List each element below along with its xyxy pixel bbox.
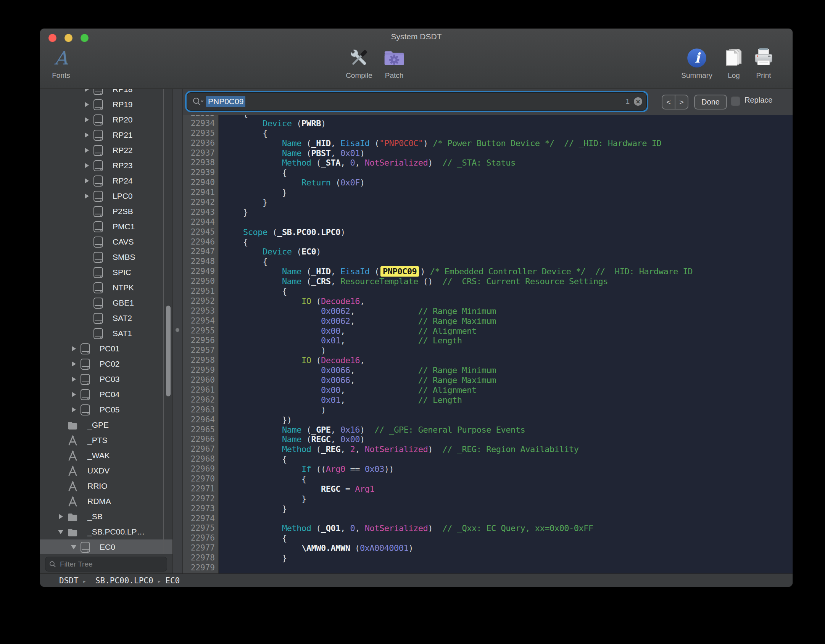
tree-item-ntpk[interactable]: NTPK (40, 280, 172, 295)
disclosure-right-icon[interactable] (82, 117, 91, 122)
disclosure-right-icon[interactable] (69, 392, 78, 397)
code-line: 22966 Name (REGC, 0x00) (183, 435, 793, 444)
code-text: 0x00, // Alignment (219, 385, 477, 395)
tree-item-sat2[interactable]: SAT2 (40, 311, 172, 326)
tree-item-rp21[interactable]: RP21 (40, 127, 172, 143)
disclosure-down-icon[interactable] (56, 530, 65, 534)
compile-button[interactable]: Compile (341, 45, 377, 80)
sidebar-tree[interactable]: RP18RP19RP20RP21RP22RP23RP24LPC0P2SBPMC1… (40, 89, 163, 555)
code-line: 22940 Return (0x0F) (183, 178, 793, 188)
disclosure-down-icon[interactable] (69, 545, 78, 549)
tree-item-rp24[interactable]: RP24 (40, 173, 172, 188)
tree-item-label: RP23 (113, 161, 133, 170)
tree-item-rp22[interactable]: RP22 (40, 143, 172, 158)
find-input[interactable]: PNP0C09 1 ✕ (187, 93, 646, 110)
code-text: 0x0062, // Range Minimum (219, 306, 496, 316)
tree-item-pc05[interactable]: PC05 (40, 402, 172, 417)
tree-item-sat1[interactable]: SAT1 (40, 326, 172, 341)
tree-item-rrio[interactable]: RRIO (40, 478, 172, 494)
line-number: 22971 (183, 484, 219, 494)
tree-item-cavs[interactable]: CAVS (40, 234, 172, 250)
print-button[interactable]: Print (745, 45, 782, 80)
code-text: 0x0066, // Range Maximum (219, 375, 496, 385)
tree-item-_gpe[interactable]: _GPE (40, 417, 172, 433)
disclosure-right-icon[interactable] (82, 178, 91, 184)
clear-search-icon[interactable]: ✕ (634, 97, 642, 106)
code-text: } (219, 553, 287, 563)
disclosure-right-icon[interactable] (56, 514, 65, 519)
done-button[interactable]: Done (694, 95, 727, 109)
disclosure-right-icon[interactable] (69, 346, 78, 351)
tree-item-_pts[interactable]: _PTS (40, 433, 172, 448)
print-printer-icon (753, 45, 774, 71)
device-icon (93, 191, 103, 202)
tree-item-label: PMC1 (113, 222, 135, 231)
tree-item-_wak[interactable]: _WAK (40, 448, 172, 463)
code-text: Scope (_SB.PC00.LPC0) (219, 227, 345, 237)
tree-item-pc04[interactable]: PC04 (40, 387, 172, 402)
tree-item-spic[interactable]: SPIC (40, 265, 172, 280)
disclosure-right-icon[interactable] (69, 407, 78, 412)
code-text: Method (_REG, 2, NotSerialized) // _REG:… (219, 444, 578, 454)
patch-button[interactable]: Patch (376, 45, 412, 80)
tree-item-uxdv[interactable]: UXDV (40, 463, 172, 478)
tree-item-pc03[interactable]: PC03 (40, 372, 172, 387)
tree-item-label: _SB.PC00.LP… (87, 527, 145, 536)
disclosure-right-icon[interactable] (82, 132, 91, 138)
find-next-button[interactable]: > (675, 95, 688, 109)
tree-item-rdma[interactable]: RDMA (40, 494, 172, 509)
line-number: 22941 (183, 188, 219, 198)
tree-item-_sbpc00lp[interactable]: _SB.PC00.LP… (40, 524, 172, 539)
tree-item-rp23[interactable]: RP23 (40, 158, 172, 173)
code-text: Name (_HID, EisaId (PNP0C09) /* Embedded… (219, 267, 693, 277)
tree-item-rp19[interactable]: RP19 (40, 97, 172, 112)
search-menu-icon[interactable] (192, 97, 204, 106)
disclosure-right-icon[interactable] (82, 148, 91, 153)
tree-item-p2sb[interactable]: P2SB (40, 204, 172, 219)
replace-checkbox[interactable] (731, 96, 740, 106)
tree-item-rp20[interactable]: RP20 (40, 112, 172, 127)
fonts-button[interactable]: A Fonts (43, 45, 79, 80)
find-previous-button[interactable]: < (662, 95, 675, 109)
pane-splitter[interactable] (172, 89, 183, 573)
line-number: 22943 (183, 208, 219, 217)
code-text: Method (_Q01, 0, NotSerialized) // _Qxx:… (219, 523, 593, 533)
code-editor[interactable]: 22933 {22934 Device (PWRB)22935 {22936 N… (183, 115, 793, 573)
tree-item-pc01[interactable]: PC01 (40, 341, 172, 356)
filter-area: Filter Tree (40, 554, 172, 573)
line-number: 22969 (183, 464, 219, 474)
device-icon (93, 89, 103, 95)
summary-button[interactable]: i Summary (678, 45, 715, 80)
status-bar: DSDT▸_SB.PC00.LPC0▸EC0 (40, 573, 793, 587)
disclosure-right-icon[interactable] (82, 163, 91, 168)
code-text: Name (REGC, 0x00) (219, 435, 365, 444)
line-number: 22938 (183, 158, 219, 168)
tree-item-smbs[interactable]: SMBS (40, 250, 172, 265)
disclosure-right-icon[interactable] (82, 89, 91, 92)
device-icon (81, 542, 90, 553)
code-text: { (219, 454, 287, 464)
tree-item-rp18[interactable]: RP18 (40, 89, 172, 97)
tree-item-gbe1[interactable]: GBE1 (40, 295, 172, 311)
code-line: 22943 } (183, 208, 793, 217)
sidebar-scrollbar[interactable] (166, 306, 171, 396)
tree-item-pmc1[interactable]: PMC1 (40, 219, 172, 234)
code-line: 22974 (183, 514, 793, 524)
tree-item-_sb[interactable]: _SB (40, 509, 172, 524)
disclosure-right-icon[interactable] (69, 361, 78, 367)
disclosure-right-icon[interactable] (69, 377, 78, 382)
tree-item-ec0[interactable]: EC0 (40, 539, 172, 555)
code-line: 22935 { (183, 129, 793, 138)
code-text: 0x01, // Length (219, 395, 462, 405)
tree-item-pc02[interactable]: PC02 (40, 356, 172, 372)
splitter-handle-icon[interactable] (176, 328, 179, 332)
tree-item-label: PC01 (100, 344, 120, 353)
tree-item-lpc0[interactable]: LPC0 (40, 188, 172, 204)
filter-tree-input[interactable]: Filter Tree (45, 557, 167, 572)
disclosure-right-icon[interactable] (82, 102, 91, 107)
device-icon (93, 175, 103, 187)
breadcrumb-separator-icon: ▸ (83, 578, 87, 585)
tree-item-label: _WAK (87, 451, 110, 460)
disclosure-right-icon[interactable] (82, 193, 91, 199)
tree-item-label: GBE1 (113, 298, 134, 308)
